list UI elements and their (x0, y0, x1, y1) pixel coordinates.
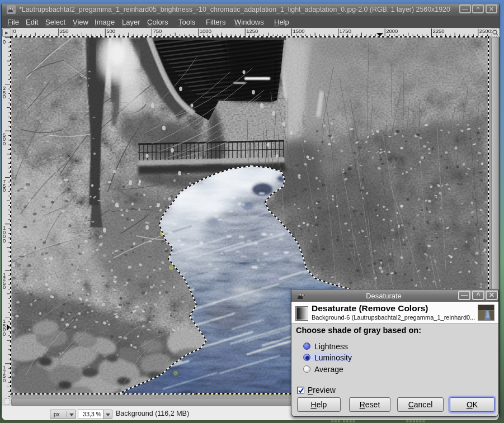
svg-text:2250: 2250 (433, 28, 445, 34)
svg-text:0: 0 (3, 93, 6, 99)
svg-text:750: 750 (153, 28, 162, 34)
svg-text:1000: 1000 (200, 28, 211, 34)
svg-text:2500: 2500 (479, 28, 491, 34)
svg-text:500: 500 (106, 28, 115, 34)
svg-text:0: 0 (3, 377, 6, 383)
svg-text:0: 0 (3, 284, 6, 290)
svg-text:0: 0 (13, 28, 16, 34)
svg-text:1250: 1250 (246, 28, 258, 34)
svg-text:0: 0 (3, 237, 6, 244)
svg-text:0: 0 (3, 140, 6, 146)
svg-text:0: 0 (3, 39, 6, 45)
svg-text:250: 250 (60, 28, 69, 34)
svg-text:0: 0 (3, 187, 6, 193)
svg-text:1500: 1500 (293, 28, 305, 34)
svg-text:1750: 1750 (340, 28, 351, 34)
svg-text:0: 0 (3, 331, 6, 337)
svg-text:2000: 2000 (386, 28, 398, 34)
